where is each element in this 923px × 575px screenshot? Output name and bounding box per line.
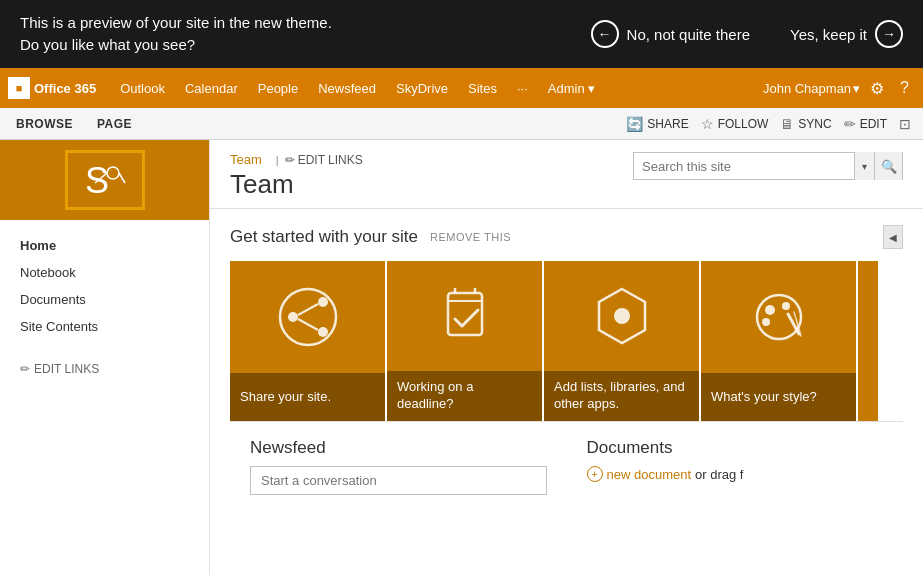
svg-line-10 — [298, 319, 318, 330]
site-title-area: Team | ✏ EDIT LINKS Team — [230, 152, 363, 200]
back-arrow-icon: ← — [591, 20, 619, 48]
no-button[interactable]: ← No, not quite there — [591, 20, 750, 48]
sidebar-item-documents[interactable]: Documents — [0, 286, 209, 313]
svg-point-18 — [765, 305, 775, 315]
share-action[interactable]: 🔄 SHARE — [626, 116, 688, 132]
nav-ellipsis[interactable]: ··· — [509, 68, 536, 108]
svg-point-19 — [782, 302, 790, 310]
sidebar-item-home[interactable]: Home — [0, 232, 209, 259]
forward-arrow-icon: → — [875, 20, 903, 48]
svg-rect-11 — [448, 293, 482, 335]
card-style[interactable]: What's your style? — [701, 261, 856, 421]
sp-sidebar: S Home Notebook Documents Site Contents … — [0, 140, 210, 575]
focus-action[interactable]: ⊡ — [899, 116, 911, 132]
svg-point-16 — [614, 308, 630, 324]
tab-browse[interactable]: BROWSE — [12, 117, 77, 131]
o365-nav-right: John Chapman ▾ ⚙ ? — [763, 79, 915, 98]
sync-icon: 🖥 — [780, 116, 794, 132]
o365-nav-links: Outlook Calendar People Newsfeed SkyDriv… — [112, 68, 763, 108]
nav-skydrive[interactable]: SkyDrive — [388, 68, 456, 108]
svg-point-6 — [288, 312, 298, 322]
new-document-area: + new document or drag f — [587, 466, 884, 482]
deadline-icon — [430, 281, 500, 351]
pencil-icon: ✏ — [20, 362, 30, 376]
sp-ribbon: BROWSE PAGE 🔄 SHARE ☆ FOLLOW 🖥 SYNC ✏ ED… — [0, 108, 923, 140]
card-deadline-label: Working on a deadline? — [387, 371, 542, 421]
yes-button[interactable]: Yes, keep it → — [790, 20, 903, 48]
tab-page[interactable]: PAGE — [93, 117, 136, 131]
nav-admin[interactable]: Admin ▾ — [540, 68, 603, 108]
user-name: John Chapman — [763, 81, 851, 96]
sidebar-edit-links[interactable]: ✏ EDIT LINKS — [0, 356, 209, 382]
card-style-icon-area — [701, 261, 856, 373]
get-started-header: Get started with your site REMOVE THIS ◀ — [230, 225, 903, 249]
new-doc-link[interactable]: new document — [607, 467, 692, 482]
card-lists-icon-area — [544, 261, 699, 371]
preview-banner: This is a preview of your site in the ne… — [0, 0, 923, 68]
search-button[interactable]: 🔍 — [874, 152, 902, 180]
svg-point-17 — [757, 295, 801, 339]
newsfeed-title: Newsfeed — [250, 438, 547, 458]
sp-bottom: Newsfeed Documents + new document or dra… — [230, 421, 903, 495]
card-partial — [858, 261, 878, 421]
help-icon[interactable]: ? — [894, 79, 915, 97]
svg-point-20 — [762, 318, 770, 326]
o365-navbar: ■ Office 365 Outlook Calendar People New… — [0, 68, 923, 108]
new-doc-plus-icon[interactable]: + — [587, 466, 603, 482]
new-doc-suffix: or drag f — [695, 467, 743, 482]
nav-sites[interactable]: Sites — [460, 68, 505, 108]
o365-logo[interactable]: ■ Office 365 — [8, 77, 96, 99]
focus-icon: ⊡ — [899, 116, 911, 132]
settings-icon[interactable]: ⚙ — [864, 79, 890, 98]
ribbon-actions: 🔄 SHARE ☆ FOLLOW 🖥 SYNC ✏ EDIT ⊡ — [626, 116, 911, 132]
card-style-label: What's your style? — [701, 373, 856, 421]
documents-title: Documents — [587, 438, 884, 458]
nav-newsfeed[interactable]: Newsfeed — [310, 68, 384, 108]
pencil-small-icon: ✏ — [285, 153, 295, 167]
toggle-button[interactable]: ◀ — [883, 225, 903, 249]
card-lists-label: Add lists, libraries, and other apps. — [544, 371, 699, 421]
nav-outlook[interactable]: Outlook — [112, 68, 173, 108]
card-deadline[interactable]: Working on a deadline? — [387, 261, 542, 421]
svg-point-7 — [318, 297, 328, 307]
preview-line1: This is a preview of your site in the ne… — [20, 14, 332, 31]
preview-line2: Do you like what you see? — [20, 36, 195, 53]
follow-action[interactable]: ☆ FOLLOW — [701, 116, 769, 132]
preview-actions: ← No, not quite there Yes, keep it → — [591, 20, 903, 48]
svg-point-8 — [318, 327, 328, 337]
sp-body: Get started with your site REMOVE THIS ◀ — [210, 209, 923, 575]
sp-main: S Home Notebook Documents Site Contents … — [0, 140, 923, 575]
sidebar-edit-links-label: EDIT LINKS — [34, 362, 99, 376]
cards-row: Share your site. Working on a deadline? — [230, 261, 903, 421]
header-edit-links-label: EDIT LINKS — [298, 153, 363, 167]
card-share-icon-area — [230, 261, 385, 373]
o365-logo-text: Office 365 — [34, 81, 96, 96]
breadcrumb-text: Team — [230, 152, 262, 167]
newsfeed-input[interactable] — [250, 466, 547, 495]
sidebar-nav: Home Notebook Documents Site Contents — [0, 220, 209, 352]
search-dropdown[interactable]: ▾ — [854, 152, 874, 180]
site-logo-box: S — [65, 150, 145, 210]
remove-this-button[interactable]: REMOVE THIS — [430, 231, 511, 243]
nav-people[interactable]: People — [250, 68, 306, 108]
header-edit-links[interactable]: ✏ EDIT LINKS — [285, 153, 363, 167]
preview-banner-text: This is a preview of your site in the ne… — [20, 12, 332, 57]
sidebar-item-site-contents[interactable]: Site Contents — [0, 313, 209, 340]
share-site-icon — [273, 282, 343, 352]
search-input[interactable] — [634, 159, 854, 174]
search-box: ▾ 🔍 — [633, 152, 903, 180]
edit-action[interactable]: ✏ EDIT — [844, 116, 887, 132]
documents-section: Documents + new document or drag f — [587, 438, 884, 495]
o365-logo-icon: ■ — [8, 77, 30, 99]
user-menu[interactable]: John Chapman ▾ — [763, 81, 860, 96]
newsfeed-section: Newsfeed — [250, 438, 547, 495]
card-lists[interactable]: Add lists, libraries, and other apps. — [544, 261, 699, 421]
sync-action[interactable]: 🖥 SYNC — [780, 116, 831, 132]
sidebar-item-notebook[interactable]: Notebook — [0, 259, 209, 286]
card-share-site[interactable]: Share your site. — [230, 261, 385, 421]
card-share-label: Share your site. — [230, 373, 385, 421]
follow-icon: ☆ — [701, 116, 714, 132]
nav-calendar[interactable]: Calendar — [177, 68, 246, 108]
edit-icon: ✏ — [844, 116, 856, 132]
site-header: Team | ✏ EDIT LINKS Team ▾ 🔍 — [210, 140, 923, 209]
